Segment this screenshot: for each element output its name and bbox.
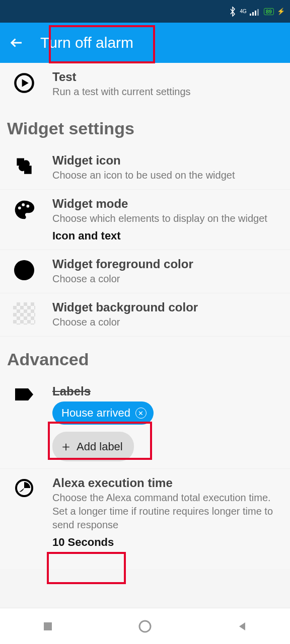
section-advanced: Advanced <box>0 337 290 377</box>
svg-point-5 <box>18 206 21 209</box>
alexa-title: Alexa execution time <box>52 476 280 490</box>
page-title: Turn off alarm <box>40 34 133 51</box>
test-row[interactable]: Test Run a test with current settings <box>0 63 290 106</box>
svg-rect-10 <box>44 622 52 630</box>
svg-point-8 <box>14 260 34 280</box>
alexa-value: 10 Seconds <box>52 536 280 549</box>
widget-mode-row[interactable]: Widget mode Choose which elements to dis… <box>0 190 290 250</box>
add-label-text: Add label <box>77 440 123 453</box>
charging-icon: ⚡ <box>277 8 285 15</box>
app-bar: Turn off alarm <box>0 23 290 63</box>
widget-icon-row[interactable]: Widget icon Choose an icon to be used on… <box>0 146 290 190</box>
widget-bg-sub: Choose a color <box>52 315 280 329</box>
checker-icon <box>13 302 35 325</box>
widget-mode-title: Widget mode <box>52 197 280 211</box>
time-icon <box>14 478 34 498</box>
plus-icon: ＋ <box>59 438 72 455</box>
section-widget-settings: Widget settings <box>0 106 290 146</box>
back-button[interactable] <box>9 35 24 50</box>
widget-mode-value: Icon and text <box>52 229 280 243</box>
network-label: 4G <box>240 9 246 14</box>
widget-fg-title: Widget foreground color <box>52 257 280 271</box>
puzzle-icon <box>13 155 35 178</box>
nav-home-button[interactable] <box>137 619 153 634</box>
label-chip-text: House arrived <box>61 407 130 420</box>
svg-rect-2 <box>255 11 256 16</box>
add-label-button[interactable]: ＋ Add label <box>52 432 134 461</box>
alexa-row[interactable]: Alexa execution time Choose the Alexa co… <box>0 469 290 569</box>
widget-bg-title: Widget background color <box>52 300 280 314</box>
svg-rect-3 <box>257 9 259 16</box>
widget-fg-sub: Choose a color <box>52 272 280 286</box>
bluetooth-icon <box>229 7 237 17</box>
remove-chip-icon[interactable]: ✕ <box>135 408 147 419</box>
widget-mode-sub: Choose which elements to display on the … <box>52 212 280 225</box>
svg-rect-1 <box>252 12 254 16</box>
label-chip[interactable]: House arrived ✕ <box>52 401 154 425</box>
svg-point-6 <box>22 203 25 206</box>
play-icon <box>13 72 35 94</box>
labels-title: Labels <box>52 384 280 398</box>
svg-point-11 <box>139 621 151 632</box>
color-circle-icon <box>13 259 35 281</box>
palette-icon <box>13 199 35 221</box>
tag-icon <box>14 386 34 403</box>
system-nav-bar <box>0 608 290 644</box>
signal-icon <box>250 8 261 16</box>
nav-recent-button[interactable] <box>42 620 54 632</box>
widget-fg-row[interactable]: Widget foreground color Choose a color <box>0 250 290 293</box>
status-bar: 4G 89 ⚡ <box>0 0 290 23</box>
test-title: Test <box>52 70 280 84</box>
svg-point-7 <box>26 205 29 208</box>
widget-icon-sub: Choose an icon to be used on the widget <box>52 169 280 182</box>
labels-row[interactable]: Labels House arrived ✕ ＋ Add label <box>0 377 290 469</box>
battery-indicator: 89 <box>264 8 274 15</box>
nav-back-button[interactable] <box>236 620 248 632</box>
alexa-sub: Choose the Alexa command total execution… <box>52 491 280 532</box>
test-sub: Run a test with current settings <box>52 85 280 99</box>
widget-bg-row[interactable]: Widget background color Choose a color <box>0 293 290 337</box>
svg-rect-0 <box>250 14 251 16</box>
widget-icon-title: Widget icon <box>52 153 280 168</box>
